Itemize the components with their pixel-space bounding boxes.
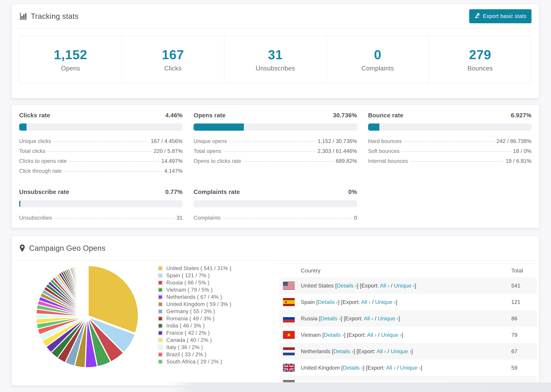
bracket-text: ] — [415, 283, 416, 289]
legend-label: Russia ( 86 / 5% ) — [166, 280, 209, 286]
details-link[interactable]: Details › — [324, 332, 344, 338]
geo-title-row: Campaign Geo Opens — [19, 244, 106, 252]
export-all-link[interactable]: All › — [380, 283, 389, 289]
bracket-text: / — [373, 315, 378, 322]
export-unique-link[interactable]: Unique › — [381, 332, 402, 338]
stat-value: 167 — [162, 47, 184, 62]
rate-row-label: Hard bounces — [368, 138, 402, 144]
dotted-leader — [54, 218, 175, 219]
dotted-leader — [47, 151, 152, 152]
dotted-leader — [404, 141, 494, 142]
rate-title: Complaints rate — [194, 189, 240, 195]
bar-chart-icon — [19, 12, 27, 20]
legend-item: Italy ( 36 / 2% ) — [158, 344, 231, 351]
legend-swatch — [158, 302, 163, 307]
stat-label: Complaints — [361, 65, 394, 72]
stat-box-opens: 1,152Opens — [20, 36, 122, 83]
rate-section-bounce: Bounce rate6.927%Hard bounces242 / 86.73… — [368, 112, 531, 178]
rate-row: Internal bounces19 / 6.81% — [368, 158, 531, 168]
details-link[interactable]: Details › — [333, 348, 353, 354]
rate-row-value: 242 / 86.738% — [497, 138, 531, 144]
rates-grid: Clicks rate4.46%Unique clicks167 / 4.456… — [12, 105, 539, 231]
progress-bar-track — [194, 200, 357, 207]
rate-section-clicks: Clicks rate4.46%Unique clicks167 / 4.456… — [19, 112, 183, 178]
legend-label: United Kingdom ( 59 / 3% ) — [166, 301, 231, 307]
table-row-united-states: United States [Details ›] [Export: All ›… — [279, 277, 537, 294]
details-link[interactable]: Details › — [343, 365, 363, 371]
total-value: 121 — [511, 299, 537, 305]
rate-row-value: 2,303 / 61.446% — [318, 148, 357, 154]
legend-label: Netherlands ( 67 / 4% ) — [166, 294, 222, 300]
progress-bar-fill — [19, 124, 27, 131]
rate-row-value: 4.147% — [164, 168, 183, 174]
legend-item: United States ( 541 / 31% ) — [158, 265, 231, 272]
details-link[interactable]: Details › — [318, 299, 338, 305]
rate-row-value: 1,152 / 30.736% — [318, 138, 357, 144]
bracket-text: [ — [315, 299, 318, 305]
campaign-geo-opens-card: Campaign Geo Opens United States ( 541 /… — [11, 236, 539, 386]
export-all-link[interactable]: All › — [361, 299, 370, 305]
progress-bar-fill — [19, 200, 20, 207]
country-name: Russia — [301, 315, 318, 322]
progress-bar-track — [19, 200, 183, 207]
legend-swatch — [158, 294, 163, 300]
bracket-text: / — [376, 332, 381, 338]
rates-card: Clicks rate4.46%Unique clicks167 / 4.456… — [11, 104, 539, 228]
stat-value: 31 — [268, 47, 283, 62]
rate-row-label: Soft bounces — [368, 148, 400, 154]
export-unique-link[interactable]: Unique › — [378, 315, 399, 322]
bracket-text: / — [370, 299, 375, 305]
flag-nl-icon — [283, 347, 295, 355]
rate-section-opens: Opens rate30.736%Unique opens1,152 / 30.… — [194, 112, 357, 178]
rate-row-value: 31 — [177, 215, 183, 221]
legend-label: Romania ( 49 / 3% ) — [166, 315, 214, 322]
progress-bar-track — [368, 124, 531, 131]
rate-title: Opens rate — [194, 112, 226, 119]
total-value: 541 — [511, 283, 537, 289]
legend-item: Germany ( 55 / 3% ) — [158, 308, 231, 315]
rate-row-value: 220 / 5.87% — [154, 148, 183, 154]
country-cell-text: Russia [Details ›] [Export: All › / Uniq… — [301, 315, 400, 322]
rate-row-label: Unique opens — [194, 138, 227, 144]
legend-label: France ( 42 / 2% ) — [166, 330, 210, 336]
legend-item: Canada ( 40 / 2% ) — [158, 336, 231, 344]
rate-row-value: 18 / 0% — [513, 148, 531, 154]
flag-vn-icon: ★ — [283, 331, 295, 339]
legend-swatch — [158, 330, 163, 336]
rate-row: Complaints0 — [194, 215, 357, 225]
legend-item: South Africa ( 29 / 2% ) — [158, 358, 231, 365]
legend-label: Germany ( 55 / 3% ) — [166, 308, 215, 315]
export-all-link[interactable]: All › — [367, 332, 376, 338]
tracking-stats-title-row: Tracking stats — [19, 12, 78, 21]
total-value: 86 — [511, 315, 537, 322]
legend-item: Vietnam ( 79 / 5% ) — [158, 286, 231, 294]
export-all-link[interactable]: All › — [386, 365, 396, 371]
rate-row-label: Total opens — [194, 148, 221, 154]
legend-item: France ( 42 / 2% ) — [158, 329, 231, 336]
details-link[interactable]: Details › — [321, 315, 341, 322]
export-unique-link[interactable]: Unique › — [391, 348, 411, 354]
rate-row-value: 14.497% — [161, 158, 183, 164]
bracket-text: ] [Export: — [363, 365, 386, 371]
details-link[interactable]: Details › — [337, 283, 357, 289]
stat-label: Unsubscribes — [256, 65, 295, 72]
bracket-text: ] [Export: — [353, 348, 377, 354]
bottom-scroll-track — [169, 382, 551, 392]
rate-row: Opens to clicks rate689.82% — [194, 158, 357, 168]
legend-swatch — [158, 266, 163, 271]
dotted-leader — [69, 161, 159, 162]
export-unique-link[interactable]: Unique › — [400, 365, 421, 371]
dotted-leader — [53, 141, 149, 142]
bracket-text: [ — [321, 332, 324, 338]
export-all-link[interactable]: All › — [377, 348, 386, 354]
export-unique-link[interactable]: Unique › — [394, 283, 415, 289]
rate-row: Clicks to opens rate14.497% — [19, 158, 183, 168]
export-basic-stats-button[interactable]: Export basic stats — [469, 9, 531, 23]
legend-item: Netherlands ( 67 / 4% ) — [158, 294, 231, 301]
export-all-link[interactable]: All › — [364, 315, 373, 322]
rate-row-label: Complaints — [194, 215, 221, 221]
country-name: Vietnam — [301, 332, 321, 338]
rate-value: 30.736% — [333, 112, 357, 119]
rate-row-label: Unique clicks — [19, 138, 51, 144]
export-unique-link[interactable]: Unique › — [375, 299, 396, 305]
